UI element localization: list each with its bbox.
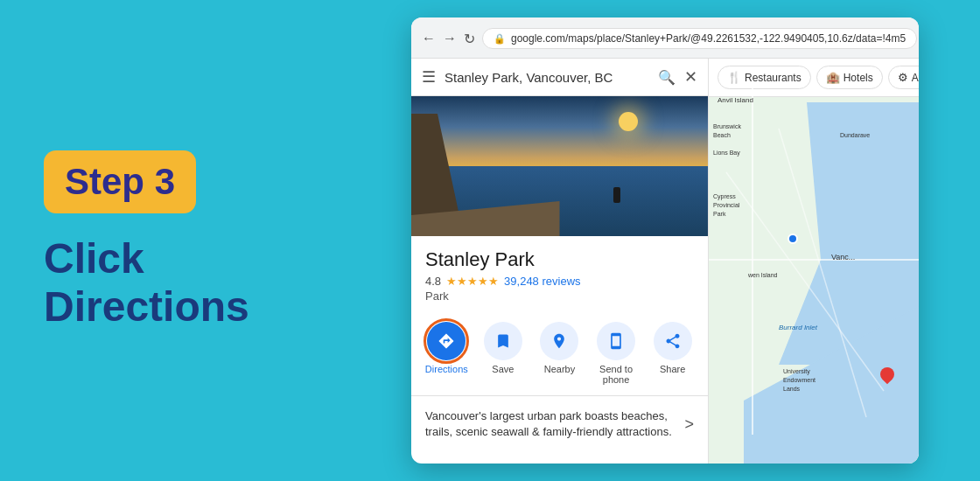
step-badge-text: Step 3	[65, 161, 175, 202]
stars: ★★★★★	[446, 275, 499, 288]
send-to-phone-label: Send tophone	[599, 364, 633, 385]
marker-pin	[878, 365, 898, 385]
attractions-icon: ⚙	[898, 71, 908, 84]
send-to-phone-button[interactable]: Send tophone	[594, 322, 638, 385]
browser-chrome: ← → ↻ 🔒 google.com/maps/place/Stanley+Pa…	[411, 17, 919, 59]
svg-text:University: University	[783, 368, 810, 375]
place-rating-row: 4.8 ★★★★★ 39,248 reviews	[425, 275, 694, 288]
desc-text: Vancouver's largest urban park boasts be…	[425, 408, 677, 440]
share-button[interactable]: Share	[651, 322, 695, 385]
address-bar[interactable]: 🔒 google.com/maps/place/Stanley+Park/@49…	[482, 28, 917, 49]
svg-text:Burrard Inlet: Burrard Inlet	[779, 324, 818, 331]
attractions-label: Att...	[912, 72, 919, 84]
directions-label: Directions	[425, 364, 468, 374]
svg-line-2	[726, 172, 884, 391]
svg-text:Brunswick: Brunswick	[713, 123, 741, 129]
search-text: Stanley Park, Vancouver, BC	[444, 70, 649, 85]
photo-figure	[613, 187, 620, 203]
instruction-text: Click Directions	[44, 234, 324, 331]
instruction-line2: Directions	[44, 283, 249, 330]
save-button[interactable]: Save	[481, 322, 525, 385]
hamburger-icon[interactable]: ☰	[422, 67, 436, 87]
svg-text:Vanc...: Vanc...	[831, 253, 855, 261]
save-icon	[494, 332, 512, 350]
svg-text:Dundarave: Dundarave	[840, 132, 870, 138]
nearby-icon	[550, 332, 568, 350]
directions-highlight	[424, 318, 469, 364]
share-icon-circle	[654, 322, 692, 360]
place-photo	[411, 96, 708, 236]
maps-search-bar: ☰ Stanley Park, Vancouver, BC 🔍 ✕	[411, 59, 708, 96]
search-icon[interactable]: 🔍	[658, 69, 676, 86]
rating-number: 4.8	[425, 275, 441, 288]
nearby-label: Nearby	[544, 364, 575, 374]
svg-text:Endowment: Endowment	[783, 377, 816, 383]
instruction-line1: Click	[44, 235, 144, 282]
stanley-park-marker	[788, 234, 798, 244]
location-marker	[880, 367, 894, 385]
share-label: Share	[660, 364, 685, 374]
restaurants-label: Restaurants	[745, 72, 802, 84]
action-buttons: Directions Save	[411, 313, 708, 396]
desc-arrow-icon: >	[684, 415, 694, 434]
forward-button[interactable]: →	[443, 26, 457, 51]
svg-text:Beach: Beach	[713, 132, 731, 138]
restaurants-icon: 🍴	[727, 71, 741, 84]
close-icon[interactable]: ✕	[684, 67, 697, 87]
save-label: Save	[492, 364, 514, 374]
map-area[interactable]: 🍴 Restaurants 🏨 Hotels ⚙ Att...	[709, 59, 919, 464]
map-svg: Anvil Island Brunswick Beach Lions Bay C…	[709, 85, 919, 464]
svg-text:Cypress: Cypress	[713, 193, 736, 200]
save-icon-circle	[484, 322, 522, 360]
nearby-icon-circle	[540, 322, 578, 360]
maps-sidebar: ☰ Stanley Park, Vancouver, BC 🔍 ✕ Sta	[411, 59, 709, 464]
review-count: 39,248 reviews	[504, 275, 580, 288]
back-button[interactable]: ←	[422, 26, 436, 51]
browser-window: ← → ↻ 🔒 google.com/maps/place/Stanley+Pa…	[411, 17, 919, 464]
place-name: Stanley Park	[425, 248, 694, 271]
svg-text:wen Island: wen Island	[747, 272, 778, 278]
svg-text:Lands: Lands	[783, 386, 801, 392]
share-icon	[664, 332, 682, 350]
svg-text:Lions Bay: Lions Bay	[713, 150, 740, 157]
lock-icon: 🔒	[494, 33, 506, 45]
step-badge: Step 3	[44, 150, 196, 213]
browser-container: ← → ↻ 🔒 google.com/maps/place/Stanley+Pa…	[368, 0, 980, 481]
place-description[interactable]: Vancouver's largest urban park boasts be…	[411, 396, 708, 452]
nearby-button[interactable]: Nearby	[537, 322, 581, 385]
svg-text:Anvil Island: Anvil Island	[718, 96, 753, 104]
photo-sky	[411, 96, 708, 173]
hotels-label: Hotels	[844, 72, 873, 84]
hotels-icon: 🏨	[826, 71, 840, 84]
svg-text:Provincial: Provincial	[713, 202, 740, 208]
url-text: google.com/maps/place/Stanley+Park/@49.2…	[511, 32, 906, 45]
reload-button[interactable]: ↻	[464, 26, 475, 51]
place-info: Stanley Park 4.8 ★★★★★ 39,248 reviews Pa…	[411, 236, 708, 313]
directions-icon-circle	[427, 322, 466, 360]
browser-body: ☰ Stanley Park, Vancouver, BC 🔍 ✕ Sta	[411, 59, 919, 464]
directions-button[interactable]: Directions	[424, 322, 468, 385]
place-type: Park	[425, 289, 694, 303]
svg-text:Park: Park	[713, 211, 726, 217]
send-to-phone-icon-circle	[597, 322, 635, 360]
send-to-phone-icon	[607, 332, 625, 350]
left-panel: Step 3 Click Directions	[0, 115, 368, 366]
photo-sun	[619, 112, 638, 131]
